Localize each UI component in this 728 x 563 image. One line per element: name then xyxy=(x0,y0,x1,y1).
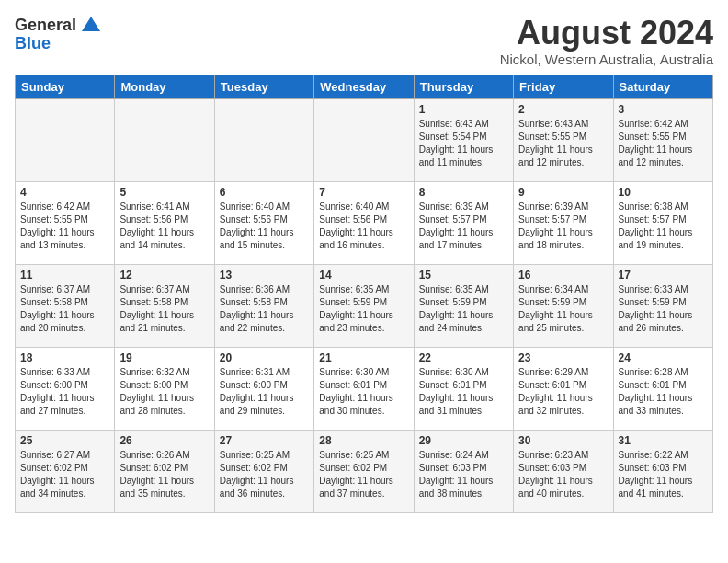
day-number: 20 xyxy=(220,351,309,364)
cell-content: Sunrise: 6:22 AMSunset: 6:03 PMDaylight:… xyxy=(619,449,708,500)
weekday-header-tuesday: Tuesday xyxy=(214,75,313,98)
calendar-cell: 9Sunrise: 6:39 AMSunset: 5:57 PMDaylight… xyxy=(514,181,613,264)
day-number: 27 xyxy=(220,434,309,447)
cell-content: Sunrise: 6:43 AMSunset: 5:54 PMDaylight:… xyxy=(419,118,508,169)
cell-content: Sunrise: 6:33 AMSunset: 6:00 PMDaylight:… xyxy=(20,366,109,418)
calendar-cell: 1Sunrise: 6:43 AMSunset: 5:54 PMDaylight… xyxy=(414,98,513,181)
calendar-week-5: 25Sunrise: 6:27 AMSunset: 6:02 PMDayligh… xyxy=(16,430,713,512)
day-number: 28 xyxy=(319,434,408,447)
svg-marker-0 xyxy=(82,17,100,31)
calendar-cell: 21Sunrise: 6:30 AMSunset: 6:01 PMDayligh… xyxy=(314,347,414,430)
calendar-cell: 17Sunrise: 6:33 AMSunset: 5:59 PMDayligh… xyxy=(613,264,712,347)
cell-content: Sunrise: 6:41 AMSunset: 5:56 PMDaylight:… xyxy=(119,201,209,252)
cell-content: Sunrise: 6:42 AMSunset: 5:55 PMDaylight:… xyxy=(20,201,109,252)
calendar-cell: 10Sunrise: 6:38 AMSunset: 5:57 PMDayligh… xyxy=(613,181,712,264)
weekday-header-friday: Friday xyxy=(514,75,613,98)
calendar-cell: 11Sunrise: 6:37 AMSunset: 5:58 PMDayligh… xyxy=(16,264,115,347)
calendar-cell: 8Sunrise: 6:39 AMSunset: 5:57 PMDaylight… xyxy=(414,181,513,264)
calendar-cell xyxy=(16,98,115,181)
calendar-week-1: 1Sunrise: 6:43 AMSunset: 5:54 PMDaylight… xyxy=(16,98,713,181)
logo: General Blue xyxy=(15,15,102,53)
calendar-cell: 15Sunrise: 6:35 AMSunset: 5:59 PMDayligh… xyxy=(414,264,513,347)
cell-content: Sunrise: 6:37 AMSunset: 5:58 PMDaylight:… xyxy=(119,283,209,335)
calendar-cell: 19Sunrise: 6:32 AMSunset: 6:00 PMDayligh… xyxy=(115,347,214,430)
logo-blue: Blue xyxy=(15,34,51,52)
calendar-cell: 4Sunrise: 6:42 AMSunset: 5:55 PMDaylight… xyxy=(16,181,115,264)
calendar-cell: 27Sunrise: 6:25 AMSunset: 6:02 PMDayligh… xyxy=(214,430,313,512)
day-number: 3 xyxy=(619,103,708,116)
cell-content: Sunrise: 6:23 AMSunset: 6:03 PMDaylight:… xyxy=(518,449,608,500)
cell-content: Sunrise: 6:40 AMSunset: 5:56 PMDaylight:… xyxy=(319,201,408,252)
day-number: 16 xyxy=(518,269,608,282)
day-number: 26 xyxy=(119,434,209,447)
day-number: 5 xyxy=(119,186,209,199)
calendar-cell: 30Sunrise: 6:23 AMSunset: 6:03 PMDayligh… xyxy=(514,430,613,512)
day-number: 25 xyxy=(20,434,109,447)
cell-content: Sunrise: 6:32 AMSunset: 6:00 PMDaylight:… xyxy=(119,366,209,418)
calendar-cell: 2Sunrise: 6:43 AMSunset: 5:55 PMDaylight… xyxy=(514,98,613,181)
cell-content: Sunrise: 6:31 AMSunset: 6:00 PMDaylight:… xyxy=(220,366,309,418)
calendar-table: SundayMondayTuesdayWednesdayThursdayFrid… xyxy=(15,75,713,513)
calendar-title: August 2024 xyxy=(500,15,713,52)
cell-content: Sunrise: 6:37 AMSunset: 5:58 PMDaylight:… xyxy=(20,283,109,335)
day-number: 29 xyxy=(419,434,508,447)
day-number: 4 xyxy=(20,186,109,199)
day-number: 17 xyxy=(619,269,708,282)
cell-content: Sunrise: 6:40 AMSunset: 5:56 PMDaylight:… xyxy=(220,201,309,252)
calendar-cell: 7Sunrise: 6:40 AMSunset: 5:56 PMDaylight… xyxy=(314,181,414,264)
calendar-cell: 3Sunrise: 6:42 AMSunset: 5:55 PMDaylight… xyxy=(613,98,712,181)
cell-content: Sunrise: 6:34 AMSunset: 5:59 PMDaylight:… xyxy=(518,283,608,335)
weekday-header-wednesday: Wednesday xyxy=(314,75,414,98)
day-number: 13 xyxy=(220,269,309,282)
day-number: 8 xyxy=(419,186,508,199)
day-number: 11 xyxy=(20,269,109,282)
calendar-cell: 31Sunrise: 6:22 AMSunset: 6:03 PMDayligh… xyxy=(613,430,712,512)
calendar-cell: 29Sunrise: 6:24 AMSunset: 6:03 PMDayligh… xyxy=(414,430,513,512)
cell-content: Sunrise: 6:42 AMSunset: 5:55 PMDaylight:… xyxy=(619,118,708,169)
day-number: 6 xyxy=(220,186,309,199)
day-number: 30 xyxy=(518,434,608,447)
calendar-cell: 23Sunrise: 6:29 AMSunset: 6:01 PMDayligh… xyxy=(514,347,613,430)
day-number: 21 xyxy=(319,351,408,364)
calendar-cell: 24Sunrise: 6:28 AMSunset: 6:01 PMDayligh… xyxy=(613,347,712,430)
day-number: 22 xyxy=(419,351,508,364)
day-number: 9 xyxy=(518,186,608,199)
day-number: 19 xyxy=(119,351,209,364)
weekday-header-thursday: Thursday xyxy=(414,75,513,98)
calendar-cell: 13Sunrise: 6:36 AMSunset: 5:58 PMDayligh… xyxy=(214,264,313,347)
cell-content: Sunrise: 6:36 AMSunset: 5:58 PMDaylight:… xyxy=(220,283,309,335)
title-block: August 2024 Nickol, Western Australia, A… xyxy=(500,15,713,67)
day-number: 15 xyxy=(419,269,508,282)
calendar-cell: 18Sunrise: 6:33 AMSunset: 6:00 PMDayligh… xyxy=(16,347,115,430)
day-number: 1 xyxy=(419,103,508,116)
weekday-header-monday: Monday xyxy=(115,75,214,98)
calendar-cell: 22Sunrise: 6:30 AMSunset: 6:01 PMDayligh… xyxy=(414,347,513,430)
cell-content: Sunrise: 6:28 AMSunset: 6:01 PMDaylight:… xyxy=(619,366,708,418)
day-number: 24 xyxy=(619,351,708,364)
cell-content: Sunrise: 6:25 AMSunset: 6:02 PMDaylight:… xyxy=(220,449,309,500)
cell-content: Sunrise: 6:24 AMSunset: 6:03 PMDaylight:… xyxy=(419,449,508,500)
calendar-cell xyxy=(214,98,313,181)
calendar-week-2: 4Sunrise: 6:42 AMSunset: 5:55 PMDaylight… xyxy=(16,181,713,264)
calendar-cell: 5Sunrise: 6:41 AMSunset: 5:56 PMDaylight… xyxy=(115,181,214,264)
cell-content: Sunrise: 6:43 AMSunset: 5:55 PMDaylight:… xyxy=(518,118,608,169)
calendar-week-3: 11Sunrise: 6:37 AMSunset: 5:58 PMDayligh… xyxy=(16,264,713,347)
day-number: 23 xyxy=(518,351,608,364)
day-number: 7 xyxy=(319,186,408,199)
calendar-subtitle: Nickol, Western Australia, Australia xyxy=(500,52,713,67)
cell-content: Sunrise: 6:35 AMSunset: 5:59 PMDaylight:… xyxy=(419,283,508,335)
calendar-cell: 20Sunrise: 6:31 AMSunset: 6:00 PMDayligh… xyxy=(214,347,313,430)
cell-content: Sunrise: 6:39 AMSunset: 5:57 PMDaylight:… xyxy=(518,201,608,252)
cell-content: Sunrise: 6:30 AMSunset: 6:01 PMDaylight:… xyxy=(319,366,408,418)
cell-content: Sunrise: 6:39 AMSunset: 5:57 PMDaylight:… xyxy=(419,201,508,252)
cell-content: Sunrise: 6:38 AMSunset: 5:57 PMDaylight:… xyxy=(619,201,708,252)
day-number: 2 xyxy=(518,103,608,116)
calendar-cell: 16Sunrise: 6:34 AMSunset: 5:59 PMDayligh… xyxy=(514,264,613,347)
day-number: 18 xyxy=(20,351,109,364)
calendar-cell xyxy=(115,98,214,181)
cell-content: Sunrise: 6:25 AMSunset: 6:02 PMDaylight:… xyxy=(319,449,408,500)
calendar-cell: 6Sunrise: 6:40 AMSunset: 5:56 PMDaylight… xyxy=(214,181,313,264)
cell-content: Sunrise: 6:30 AMSunset: 6:01 PMDaylight:… xyxy=(419,366,508,418)
weekday-header-row: SundayMondayTuesdayWednesdayThursdayFrid… xyxy=(16,75,713,98)
calendar-cell: 28Sunrise: 6:25 AMSunset: 6:02 PMDayligh… xyxy=(314,430,414,512)
